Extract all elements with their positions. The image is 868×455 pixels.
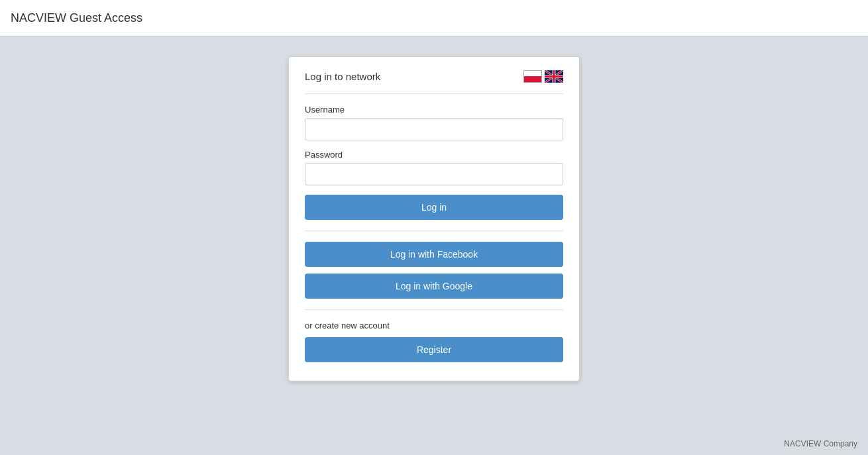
username-input[interactable] <box>305 118 563 140</box>
company-name: NACVIEW Company <box>784 439 857 448</box>
app-header: NACVIEW Guest Access <box>0 0 868 36</box>
card-header: Log in to network <box>305 70 563 83</box>
username-label: Username <box>305 105 563 115</box>
password-label: Password <box>305 150 563 160</box>
google-login-button[interactable]: Log in with Google <box>305 274 563 299</box>
main-content: Log in to network Username <box>0 36 868 447</box>
header-divider <box>305 93 563 94</box>
flag-uk[interactable] <box>545 70 563 83</box>
password-group: Password <box>305 150 563 185</box>
login-button[interactable]: Log in <box>305 195 563 220</box>
register-button[interactable]: Register <box>305 337 563 362</box>
password-input[interactable] <box>305 163 563 185</box>
or-create-text: or create new account <box>305 321 563 330</box>
footer: NACVIEW Company <box>784 439 857 448</box>
login-card: Log in to network Username <box>288 56 580 381</box>
register-divider <box>305 309 563 310</box>
username-group: Username <box>305 105 563 140</box>
language-flags <box>523 70 563 83</box>
app-title: NACVIEW Guest Access <box>11 11 142 25</box>
card-title: Log in to network <box>305 71 380 82</box>
flag-polish[interactable] <box>523 70 542 83</box>
login-btn-wrapper: Log in <box>305 195 563 220</box>
facebook-login-button[interactable]: Log in with Facebook <box>305 242 563 267</box>
social-divider-top <box>305 230 563 231</box>
